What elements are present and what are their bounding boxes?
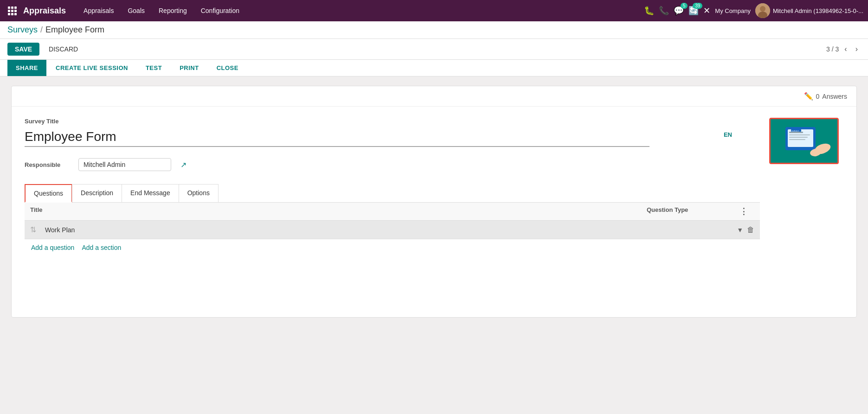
answers-label: Answers: [822, 93, 847, 100]
topnav-right: 🐛 📞 💬 5 🔄 39 ✕ My Company Mitchell Admin…: [644, 3, 863, 18]
svg-rect-18: [789, 139, 805, 140]
tab-end-message[interactable]: End Message: [122, 184, 179, 202]
add-section-link[interactable]: Add a section: [82, 244, 121, 251]
test-button[interactable]: TEST: [137, 60, 170, 76]
survey-title-label: Survey Title: [25, 118, 760, 125]
tab-description[interactable]: Description: [72, 184, 122, 202]
chat-badge: 5: [681, 3, 688, 9]
create-live-session-button[interactable]: CREATE LIVE SESSION: [47, 60, 136, 76]
svg-rect-0: [8, 6, 10, 9]
pagination-count: 3 / 3: [826, 45, 839, 53]
svg-text:SURVEY: SURVEY: [791, 130, 799, 132]
close-button[interactable]: CLOSE: [208, 60, 247, 76]
svg-rect-4: [11, 10, 13, 12]
responsible-select[interactable]: Mitchell Admin: [78, 158, 171, 171]
answers-link[interactable]: ✏️ 0 Answers: [804, 92, 847, 101]
col-title: Title: [30, 206, 647, 217]
pagination: 3 / 3 ‹ ›: [826, 44, 861, 54]
tab-questions[interactable]: Questions: [25, 184, 72, 203]
nav-reporting[interactable]: Reporting: [152, 5, 193, 16]
nav-appraisals[interactable]: Appraisals: [77, 5, 120, 16]
close-icon[interactable]: ✕: [703, 6, 710, 16]
col-question-type: Question Type: [647, 206, 739, 217]
form-card: ✏️ 0 Answers Survey Title EN Responsible…: [11, 86, 857, 318]
svg-rect-16: [789, 134, 810, 135]
share-button[interactable]: SHARE: [7, 60, 46, 76]
add-row: Add a question Add a section: [25, 239, 760, 256]
activity-badge: 39: [693, 3, 702, 9]
form-side: SURVEY: [769, 118, 843, 256]
form-main: Survey Title EN Responsible Mitchell Adm…: [25, 118, 760, 256]
responsible-label: Responsible: [25, 161, 71, 168]
main-content: ✏️ 0 Answers Survey Title EN Responsible…: [0, 76, 868, 327]
survey-title-wrapper: EN: [25, 127, 760, 147]
user-name: Mitchell Admin (13984962-15-0-...: [773, 7, 863, 14]
form-body: Survey Title EN Responsible Mitchell Adm…: [12, 107, 856, 267]
svg-point-10: [760, 6, 765, 12]
svg-rect-3: [8, 10, 10, 12]
chevron-down-icon[interactable]: ▼: [737, 226, 743, 234]
svg-rect-5: [14, 10, 17, 12]
print-button[interactable]: PRINT: [171, 60, 207, 76]
survey-thumbnail[interactable]: SURVEY: [769, 118, 839, 164]
discard-button[interactable]: DISCARD: [43, 43, 84, 56]
user-menu[interactable]: Mitchell Admin (13984962-15-0-...: [755, 3, 863, 18]
external-link-icon[interactable]: ↗: [180, 160, 186, 169]
drag-handle-icon[interactable]: ⇅: [30, 225, 45, 234]
company-name[interactable]: My Company: [715, 7, 751, 14]
share-bar: SHARE CREATE LIVE SESSION TEST PRINT CLO…: [0, 60, 868, 76]
svg-rect-8: [14, 13, 17, 15]
table-row: ⇅ Work Plan ▼ 🗑: [25, 221, 760, 239]
svg-rect-17: [789, 137, 808, 138]
breadcrumb-current: Employee Form: [45, 25, 104, 35]
questions-table: Title Question Type ⋮ ⇅ Work Plan ▼ 🗑: [25, 203, 760, 256]
breadcrumb-separator: /: [40, 25, 43, 35]
save-button[interactable]: SAVE: [7, 43, 39, 56]
svg-rect-6: [8, 13, 10, 15]
svg-rect-2: [14, 6, 17, 9]
section-title: Work Plan: [45, 226, 739, 234]
tab-options[interactable]: Options: [179, 184, 219, 202]
avatar: [755, 3, 770, 18]
prev-arrow[interactable]: ‹: [842, 44, 849, 54]
answers-count: 0: [816, 93, 820, 100]
breadcrumb: Surveys / Employee Form: [0, 21, 868, 39]
svg-rect-7: [11, 13, 13, 15]
grid-menu-icon[interactable]: [5, 3, 19, 18]
table-header: Title Question Type ⋮: [25, 203, 760, 221]
activity-icon[interactable]: 🔄 39: [688, 6, 699, 16]
chat-icon[interactable]: 💬 5: [674, 6, 684, 16]
lang-badge[interactable]: EN: [724, 131, 732, 138]
tabs: Questions Description End Message Option…: [25, 184, 760, 203]
survey-title-input[interactable]: [25, 127, 649, 147]
next-arrow[interactable]: ›: [853, 44, 861, 54]
breadcrumb-parent[interactable]: Surveys: [7, 25, 38, 35]
responsible-row: Responsible Mitchell Admin ↗: [25, 158, 760, 171]
answers-header: ✏️ 0 Answers: [12, 86, 856, 107]
edit-icon: ✏️: [804, 92, 813, 101]
nav-menu: Appraisals Goals Reporting Configuration: [77, 5, 644, 16]
action-bar: SAVE DISCARD 3 / 3 ‹ ›: [0, 39, 868, 60]
top-navigation: Appraisals Appraisals Goals Reporting Co…: [0, 0, 868, 21]
nav-configuration[interactable]: Configuration: [194, 5, 246, 16]
section-actions: ▼ 🗑: [739, 226, 754, 234]
app-title: Appraisals: [23, 6, 66, 16]
svg-rect-1: [11, 6, 13, 9]
phone-icon[interactable]: 📞: [659, 6, 669, 16]
more-actions-icon[interactable]: ⋮: [739, 206, 754, 217]
delete-icon[interactable]: 🗑: [747, 226, 754, 234]
bug-icon[interactable]: 🐛: [644, 6, 654, 16]
nav-goals[interactable]: Goals: [121, 5, 151, 16]
add-question-link[interactable]: Add a question: [31, 244, 74, 251]
